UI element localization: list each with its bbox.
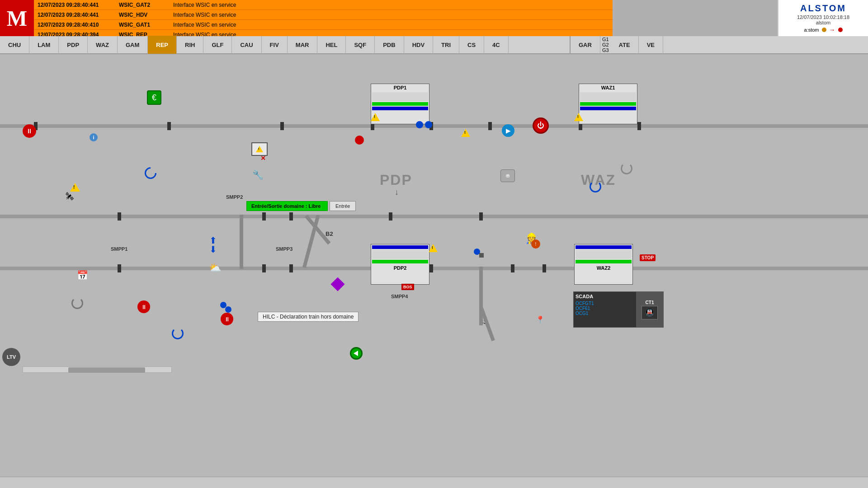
domain-entry-btn[interactable]: Entrée [330,201,356,211]
alert-time-3: 12/07/2023 09:28:40:410 [38,22,119,28]
nav-item-rep[interactable]: REP [148,36,177,54]
pause-button-lower[interactable]: ⏸ [137,300,150,313]
g1-label[interactable]: G1 [602,37,609,42]
station-icon: € [147,90,161,105]
smpp4-label: SMPP4 [391,294,408,299]
ct1-label: CT1 [646,300,654,305]
bos-box: BOS [401,284,414,290]
pdp-arrow: ↓ [395,188,399,197]
nav-item-gar[interactable]: GAR [571,36,600,54]
g3-label[interactable]: G3 [602,47,609,53]
m-logo: M [0,0,34,36]
domain-libre-btn[interactable]: Entrée/Sortie domaine : Libre [246,201,328,211]
relay-icon: 📍 [536,315,545,324]
nav-bar: CHU LAM PDP WAZ GAM REP RIH GLF CAU FIV … [0,36,570,54]
play-button[interactable]: ▶ [502,124,514,137]
nav-item-mar[interactable]: MAR [288,36,318,54]
nav-item-pdp[interactable]: PDP [59,36,88,54]
nav-item-cau[interactable]: CAU [232,36,261,54]
vert-track-1 [240,215,243,269]
waz1-box: WAZ1 [579,84,637,124]
refresh-icon-gray[interactable] [621,163,632,174]
nav-item-4c[interactable]: 4C [484,36,509,54]
nav-item-pdb[interactable]: PDB [375,36,404,54]
alert-row-3: 12/07/2023 09:28:40:410 WSIC_GAT1 Interf… [34,20,613,30]
x-mark: ✕ [260,155,266,162]
nav-item-cs[interactable]: CS [459,36,484,54]
warning-lower-left: ! [70,183,80,193]
waz2-green-bar [576,260,632,263]
warning-pdp2: ! [429,244,438,253]
ocf61-label: OCF61 [576,306,590,311]
scroll-thumb[interactable] [68,367,145,373]
scroll-area[interactable] [23,366,172,373]
waz1-blue-bar [580,107,636,110]
nav-item-hel[interactable]: HEL [317,36,346,54]
ltv-label: LTV [2,348,20,366]
power-button[interactable]: ⏻ [533,117,549,134]
pause-button-lower-2[interactable]: ⏸ [221,313,233,325]
smpp3-label: SMPP3 [276,246,292,252]
nav-item-chu[interactable]: CHU [0,36,29,54]
track-marker-lower-4 [389,212,392,221]
waz2-blue-bar [576,245,632,249]
smpp1-label: SMPP1 [111,246,127,252]
nav-item-hdv[interactable]: HDV [404,36,433,54]
download-icon: ⬇ [209,244,217,255]
cylinder-icon: ⛃ [500,169,515,182]
pdp-station-label: PDP [380,172,412,188]
pdp1-label: PDP1 [371,84,429,91]
alstom-brand: ALSTOM [800,3,846,14]
lower-track-right [588,215,868,218]
track-marker-lower-3 [289,212,293,221]
alstom-datetime: 12/07/2023 10:02:18:18 [797,14,849,20]
blue-dot-upper-2 [479,253,484,258]
pdp1-blue-bar [372,107,428,110]
rotate-icon-waz-main [590,181,601,192]
track-marker-lower-5 [479,212,483,221]
nav-item-tri[interactable]: TRI [433,36,459,54]
rotate-icon-waz [142,165,159,182]
warning-waz1: ! [574,113,583,122]
antenna-icon: 🛰 [66,192,74,202]
nav-item-fiv[interactable]: FIV [262,36,288,54]
g2-label[interactable]: G2 [602,42,609,47]
stop-badge: STOP [640,254,656,261]
diamond-icon [330,277,344,291]
alstom-sub-user: a:stom [804,27,819,33]
alert-row-2: 12/07/2023 09:28:40:441 WSIC_HDV Interfa… [34,10,613,20]
track2-marker-3 [289,264,293,272]
track-marker-3 [280,122,284,130]
main-canvas: PDP1 WAZ1 ! ! ! ⏸ i ▶ [0,54,868,488]
alert-source-3: WSIC_GAT1 [119,22,173,28]
pause-button-left[interactable]: ⏸ [23,124,36,138]
scada-label: SCADA [576,294,634,299]
track-marker-6 [488,122,492,130]
refresh-icon-1[interactable] [71,297,83,309]
alert-row-1: 12/07/2023 09:28:40:441 WSIC_GAT2 Interf… [34,0,613,10]
track-marker-8 [637,122,641,130]
nav-item-ve[interactable]: VE [639,36,663,54]
track2-marker-6 [511,264,514,272]
nav-item-sqf[interactable]: SQF [346,36,375,54]
nav-item-ate[interactable]: ATE [611,36,639,54]
bottom-bar [0,477,868,488]
alstom-user: alstom [816,20,830,25]
nav-item-waz[interactable]: WAZ [88,36,118,54]
nav-item-lam[interactable]: LAM [29,36,59,54]
status-dot-orange [822,28,826,32]
green-circle-bottom [350,347,363,360]
m-letter: M [7,6,27,31]
waz1-inner [580,92,636,101]
blue-dot-pdp1 [416,121,423,128]
alert-source-2: WSIC_HDV [119,12,173,18]
alert-msg-3: Interface WSIC en service [173,22,236,28]
nav-item-rih[interactable]: RIH [177,36,203,54]
nav-item-gam[interactable]: GAM [118,36,148,54]
alert-time-1: 12/07/2023 09:28:40:441 [38,2,119,8]
status-dot-red [838,28,843,32]
calendar-icon: 📅 [77,270,88,281]
nav-item-glf[interactable]: GLF [203,36,232,54]
alstom-status: a:stom → [804,26,842,33]
lower-track-2 [0,267,868,270]
